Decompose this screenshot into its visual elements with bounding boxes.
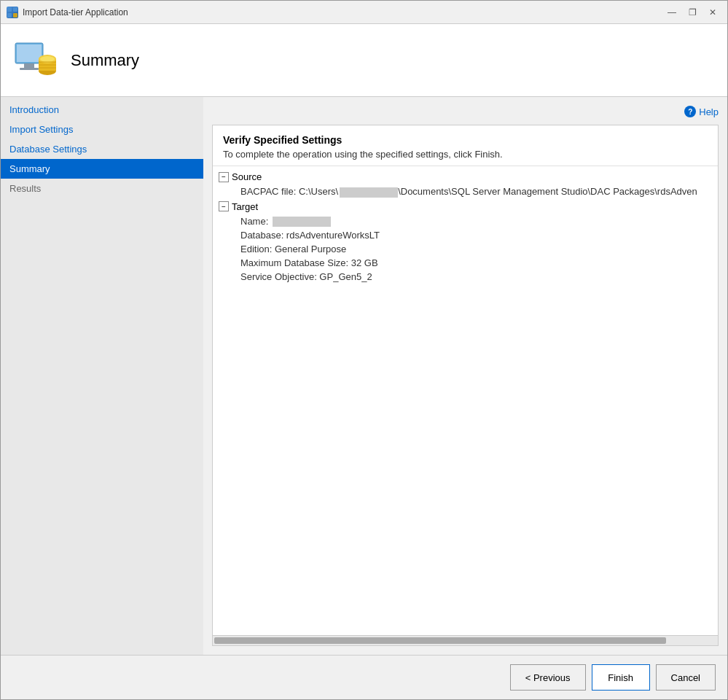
header-section: Summary — [1, 24, 727, 97]
sidebar-item-results: Results — [1, 179, 203, 198]
source-toggle[interactable]: − — [219, 172, 229, 182]
maximize-button[interactable]: ❐ — [684, 5, 701, 20]
svg-point-11 — [40, 56, 55, 62]
help-link[interactable]: ? Help — [684, 106, 719, 117]
svg-rect-3 — [13, 13, 17, 18]
svg-rect-2 — [7, 13, 12, 18]
window-controls: — ❐ ✕ — [663, 5, 721, 20]
content-area: Introduction Import Settings Database Se… — [1, 97, 727, 655]
main-window: Import Data-tier Application — ❐ ✕ — [0, 0, 728, 700]
title-bar: Import Data-tier Application — ❐ ✕ — [1, 1, 727, 24]
verify-header: Verify Specified Settings To complete th… — [213, 125, 718, 166]
help-icon: ? — [684, 106, 696, 117]
svg-rect-6 — [24, 63, 34, 68]
verify-title: Verify Specified Settings — [223, 134, 708, 146]
verify-section: Verify Specified Settings To complete th… — [212, 125, 719, 646]
settings-content[interactable]: − Source BACPAC file: C:\Users\\Document… — [213, 166, 718, 635]
target-header: − Target — [219, 199, 712, 214]
bacpac-label: BACPAC file: C:\Users\ — [240, 186, 338, 197]
name-value-blur — [273, 217, 331, 227]
cancel-button[interactable]: Cancel — [656, 664, 716, 691]
target-max-size-item: Maximum Database Size: 32 GB — [219, 256, 712, 270]
footer: < Previous Finish Cancel — [1, 655, 727, 699]
target-toggle[interactable]: − — [219, 201, 229, 211]
target-label: Target — [232, 201, 258, 212]
finish-button[interactable]: Finish — [592, 664, 650, 691]
help-label: Help — [699, 106, 719, 117]
close-button[interactable]: ✕ — [704, 5, 721, 20]
previous-button[interactable]: < Previous — [510, 664, 586, 691]
horizontal-scrollbar[interactable] — [213, 635, 718, 645]
window-title: Import Data-tier Application — [23, 7, 663, 18]
source-label: Source — [232, 171, 262, 182]
sidebar-item-database-settings[interactable]: Database Settings — [1, 139, 203, 159]
page-title: Summary — [71, 51, 139, 70]
sidebar-item-summary[interactable]: Summary — [1, 159, 203, 179]
verify-subtitle: To complete the operation using the spec… — [223, 149, 708, 160]
svg-rect-0 — [7, 7, 12, 12]
help-bar: ? Help — [212, 106, 719, 117]
target-name-item: Name: — [219, 214, 712, 229]
target-edition-item: Edition: General Purpose — [219, 242, 712, 256]
app-icon — [7, 7, 18, 18]
bacpac-file-item: BACPAC file: C:\Users\\Documents\SQL Ser… — [219, 184, 712, 199]
sidebar-item-introduction[interactable]: Introduction — [1, 100, 203, 120]
sidebar: Introduction Import Settings Database Se… — [1, 97, 203, 655]
header-icon — [12, 37, 59, 84]
bacpac-suffix: \Documents\SQL Server Management Studio\… — [398, 186, 697, 197]
svg-rect-7 — [20, 68, 39, 70]
source-header: − Source — [219, 169, 712, 184]
name-label: Name: — [240, 216, 271, 227]
minimize-button[interactable]: — — [663, 5, 681, 20]
target-database-item: Database: rdsAdventureWorksLT — [219, 228, 712, 242]
scrollbar-thumb[interactable] — [214, 637, 666, 644]
sidebar-item-import-settings[interactable]: Import Settings — [1, 120, 203, 139]
bacpac-user-blur — [340, 187, 398, 198]
svg-rect-5 — [17, 44, 42, 62]
svg-rect-1 — [13, 7, 17, 12]
main-panel: ? Help Verify Specified Settings To comp… — [203, 97, 727, 655]
target-service-objective-item: Service Objective: GP_Gen5_2 — [219, 270, 712, 284]
